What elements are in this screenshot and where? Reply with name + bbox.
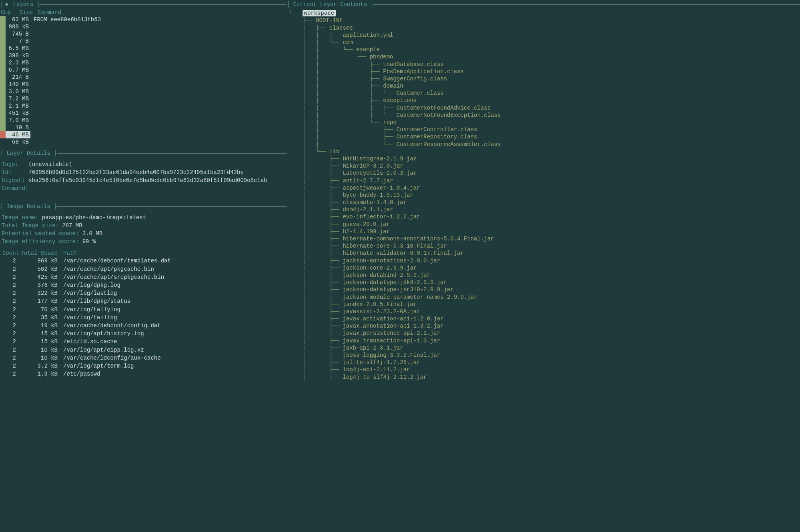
waste-row: 210 kB/var/cache/ldconfig/aux-cache bbox=[2, 354, 285, 362]
layers-panel-header: │ ● Layers ├ bbox=[0, 0, 287, 9]
layer-size: 214 B bbox=[6, 74, 30, 81]
layer-row[interactable]: 7 B bbox=[0, 38, 287, 45]
layer-row[interactable]: 10 B bbox=[0, 124, 287, 131]
layer-row[interactable]: 214 B bbox=[0, 74, 287, 81]
layer-cmp-bar bbox=[0, 45, 6, 52]
layer-cmp-bar bbox=[0, 59, 6, 66]
tree-node[interactable]: │ ├── jackson-annotations-2.9.0.jar bbox=[289, 257, 800, 264]
tree-node[interactable]: │ ├── hibernate-core-5.3.10.Final.jar bbox=[289, 242, 800, 250]
tree-node[interactable]: │ │ ├── SwaggerConfig.class bbox=[289, 75, 800, 82]
layer-cmp-bar bbox=[0, 131, 6, 138]
tree-node[interactable]: │ ├── javax.persistence-api-2.2.jar bbox=[289, 330, 800, 337]
layer-row[interactable]: 46 MB bbox=[0, 131, 287, 138]
layer-size: 63 MB bbox=[6, 16, 30, 23]
tree-node[interactable]: │ ├── hibernate-validator-6.0.17.Final.j… bbox=[289, 250, 800, 257]
tree-node[interactable]: │ │ ├── application.yml bbox=[289, 32, 800, 39]
layer-size: 140 MB bbox=[6, 81, 30, 88]
waste-row: 219 kB/var/cache/debconf/config.dat bbox=[2, 322, 285, 330]
layer-cmp-bar bbox=[0, 102, 6, 110]
layer-row[interactable]: 2.3 MB bbox=[0, 59, 287, 66]
layer-row[interactable]: 63 MBFROM eee80e6b813fb63 bbox=[0, 16, 287, 23]
tree-node[interactable]: │ │ ├── CustomerRepository.class bbox=[289, 133, 800, 140]
layer-cmp-bar bbox=[0, 30, 6, 38]
waste-row: 2322 kB/var/log/lastlog bbox=[2, 289, 285, 297]
layer-cmp-bar bbox=[0, 38, 6, 45]
tree-node[interactable]: │ │ ├── exceptions bbox=[289, 97, 800, 104]
tree-node[interactable]: │ │ └── pbsdemo bbox=[289, 53, 800, 60]
tree-node[interactable]: │ ├── LatencyUtils-2.0.3.jar bbox=[289, 170, 800, 177]
tree-node[interactable]: │ ├── javax.annotation-api-1.3.2.jar bbox=[289, 322, 800, 330]
tree-node[interactable]: ├── BOOT-INF bbox=[289, 17, 800, 24]
layer-row[interactable]: 745 B bbox=[0, 30, 287, 38]
tree-node[interactable]: │ ├── guava-20.0.jar bbox=[289, 221, 800, 228]
tree-node[interactable]: │ │ ├── CustomerController.class bbox=[289, 126, 800, 133]
layer-cmp-bar bbox=[0, 16, 6, 23]
layer-row[interactable]: 988 kB bbox=[0, 23, 287, 30]
tree-node[interactable]: │ └── lib bbox=[289, 148, 800, 155]
tree-node[interactable]: │ ├── javax.transaction-api-1.3.jar bbox=[289, 337, 800, 344]
tree-node[interactable]: │ ├── javax.activation-api-1.2.0.jar bbox=[289, 315, 800, 322]
tree-node[interactable]: │ │ └── repo bbox=[289, 119, 800, 126]
tree-node[interactable]: │ ├── jackson-module-parameter-names-2.9… bbox=[289, 294, 800, 301]
tree-node[interactable]: │ ├── jackson-datatype-jsr310-2.9.9.jar bbox=[289, 286, 800, 293]
tree-node[interactable]: │ │ │ ├── CustomerNotFoundAdvice.class bbox=[289, 104, 800, 112]
tree-node[interactable]: │ ├── classmate-1.4.0.jar bbox=[289, 199, 800, 206]
tree-node[interactable]: │ │ └── CustomerResourceAssembler.class bbox=[289, 141, 800, 148]
tree-node[interactable]: │ ├── jul-to-slf4j-1.7.26.jar bbox=[289, 359, 800, 366]
layer-cmp-bar bbox=[0, 74, 6, 81]
waste-row: 215 kB/etc/ld.so.cache bbox=[2, 338, 285, 346]
tree-node[interactable]: │ │ │ └── CustomerNotFoundException.clas… bbox=[289, 112, 800, 119]
tree-node[interactable]: │ ├── aspectjweaver-1.9.4.jar bbox=[289, 184, 800, 192]
tree-node[interactable]: │ ├── jaxb-api-2.3.1.jar bbox=[289, 344, 800, 352]
tree-node[interactable]: │ ├── HikariCP-3.2.0.jar bbox=[289, 162, 800, 170]
layer-size: 2.1 MB bbox=[6, 102, 30, 110]
tree-node[interactable]: │ ├── HdrHistogram-2.1.9.jar bbox=[289, 155, 800, 162]
waste-row: 21.9 kB/etc/passwd bbox=[2, 370, 285, 378]
tree-node[interactable]: │ ├── h2-1.4.199.jar bbox=[289, 228, 800, 235]
tree-node[interactable]: │ │ └── example bbox=[289, 46, 800, 53]
layer-row[interactable]: 140 MB bbox=[0, 81, 287, 88]
layer-row[interactable]: 398 kB bbox=[0, 52, 287, 59]
tree-node[interactable]: │ ├── jackson-databind-2.9.9.jar bbox=[289, 272, 800, 279]
layer-size: 10 B bbox=[6, 124, 30, 131]
layers-list[interactable]: 63 MBFROM eee80e6b813fb63988 kB745 B7 B6… bbox=[0, 16, 287, 146]
waste-row: 2376 kB/var/log/dpkg.log bbox=[2, 281, 285, 289]
tree-node[interactable]: │ ├── jandex-2.0.5.Final.jar bbox=[289, 301, 800, 308]
tree-node[interactable]: │ ├── byte-buddy-1.9.13.jar bbox=[289, 192, 800, 199]
tree-node[interactable]: │ │ ├── PbsDemoApplication.class bbox=[289, 68, 800, 75]
waste-row: 2969 kB/var/cache/debconf/templates.dat bbox=[2, 257, 285, 265]
image-details-body: Image name: pasapples/pbs-demo-image:lat… bbox=[0, 211, 287, 380]
tree-node[interactable]: │ ├── log4j-to-slf4j-2.11.2.jar bbox=[289, 374, 800, 381]
tree-node[interactable]: └── workspace bbox=[289, 10, 800, 17]
tree-node[interactable]: │ │ ├── LoadDatabase.class bbox=[289, 61, 800, 68]
tree-node[interactable]: │ │ │ └── Customer.class bbox=[289, 90, 800, 97]
layer-details-body: Tags: (unavailable) Id: 769958b99d0d1251… bbox=[0, 158, 287, 194]
tree-node[interactable]: │ ├── jackson-datatype-jdk8-2.9.9.jar bbox=[289, 279, 800, 286]
tree-node[interactable]: │ ├── classes bbox=[289, 24, 800, 32]
file-tree[interactable]: └── workspace ├── BOOT-INF │ ├── classes… bbox=[287, 9, 800, 381]
waste-row: 2562 kB/var/cache/apt/pkgcache.bin bbox=[2, 265, 285, 273]
layer-row[interactable]: 6.7 MB bbox=[0, 66, 287, 74]
tree-node[interactable]: │ │ └── com bbox=[289, 39, 800, 46]
layer-cmp-bar bbox=[0, 66, 6, 74]
layer-row[interactable]: 6.5 MB bbox=[0, 45, 287, 52]
layer-row[interactable]: 68 kB bbox=[0, 138, 287, 146]
layer-row[interactable]: 7.2 MB bbox=[0, 95, 287, 102]
tree-node[interactable]: │ ├── jackson-core-2.9.9.jar bbox=[289, 264, 800, 272]
tree-node[interactable]: │ ├── dom4j-2.1.1.jar bbox=[289, 206, 800, 213]
tree-node[interactable]: │ │ ├── domain bbox=[289, 82, 800, 90]
tree-node[interactable]: │ ├── antlr-2.7.7.jar bbox=[289, 177, 800, 184]
tree-node[interactable]: │ ├── javassist-3.23.2-GA.jar bbox=[289, 308, 800, 315]
layer-row[interactable]: 3.0 MB bbox=[0, 88, 287, 95]
layer-row[interactable]: 7.0 MB bbox=[0, 117, 287, 124]
layer-row[interactable]: 2.1 MB bbox=[0, 102, 287, 110]
layer-size: 398 kB bbox=[6, 52, 30, 59]
tree-node[interactable]: │ ├── jboss-logging-3.3.2.Final.jar bbox=[289, 352, 800, 359]
layer-row[interactable]: 451 kB bbox=[0, 110, 287, 117]
tree-node[interactable]: │ ├── log4j-api-2.11.2.jar bbox=[289, 366, 800, 373]
tree-node[interactable]: │ ├── evo-inflector-1.2.2.jar bbox=[289, 213, 800, 220]
tree-node[interactable]: │ ├── hibernate-commons-annotations-5.0.… bbox=[289, 235, 800, 242]
layer-details-header: │ Layer Details ├ bbox=[0, 149, 287, 158]
waste-row: 210 kB/var/log/apt/eipp.log.xz bbox=[2, 346, 285, 354]
layer-size: 745 B bbox=[6, 30, 30, 38]
